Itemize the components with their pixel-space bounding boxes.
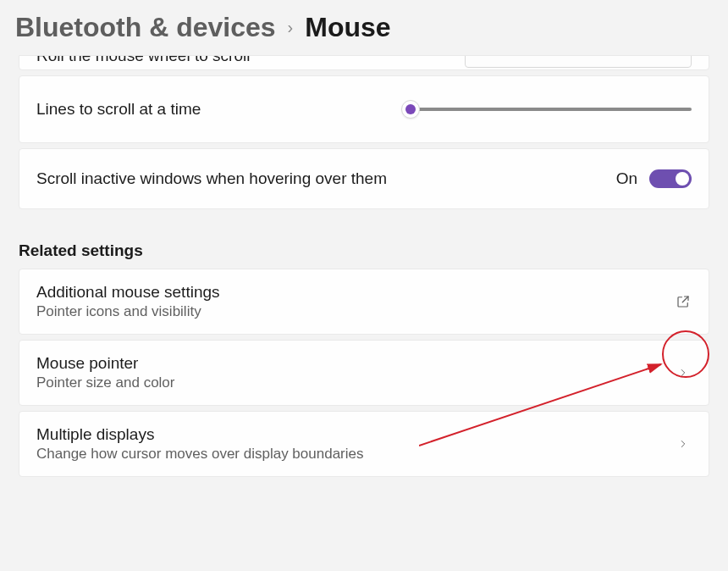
roll-wheel-setting: Roll the mouse wheel to scroll (19, 55, 709, 70)
multiple-displays-link[interactable]: Multiple displays Change how cursor move… (19, 411, 709, 477)
link-title: Mouse pointer (36, 354, 174, 373)
lines-to-scroll-slider[interactable] (407, 108, 692, 111)
scroll-inactive-state: On (616, 169, 637, 188)
external-link-icon (675, 293, 692, 310)
link-subtitle: Pointer size and color (36, 374, 174, 391)
chevron-right-icon (675, 364, 692, 381)
related-settings-header: Related settings (19, 241, 709, 260)
breadcrumb-parent[interactable]: Bluetooth & devices (15, 12, 276, 43)
mouse-pointer-link[interactable]: Mouse pointer Pointer size and color (19, 340, 709, 406)
link-title: Multiple displays (36, 425, 363, 444)
breadcrumb: Bluetooth & devices › Mouse (0, 0, 728, 55)
scroll-inactive-label: Scroll inactive windows when hovering ov… (36, 169, 387, 188)
chevron-right-icon: › (288, 18, 294, 37)
scroll-inactive-toggle[interactable] (649, 169, 692, 188)
additional-mouse-settings-link[interactable]: Additional mouse settings Pointer icons … (19, 269, 709, 335)
roll-wheel-label: Roll the mouse wheel to scroll (36, 55, 250, 65)
link-subtitle: Change how cursor moves over display bou… (36, 446, 363, 463)
lines-to-scroll-setting: Lines to scroll at a time (19, 75, 709, 143)
breadcrumb-current: Mouse (305, 12, 390, 43)
scroll-inactive-setting: Scroll inactive windows when hovering ov… (19, 148, 709, 209)
link-subtitle: Pointer icons and visibility (36, 303, 220, 320)
chevron-right-icon (675, 435, 692, 452)
link-title: Additional mouse settings (36, 283, 220, 302)
roll-wheel-select[interactable] (465, 55, 692, 68)
slider-thumb-icon[interactable] (401, 100, 420, 119)
lines-to-scroll-label: Lines to scroll at a time (36, 100, 201, 119)
